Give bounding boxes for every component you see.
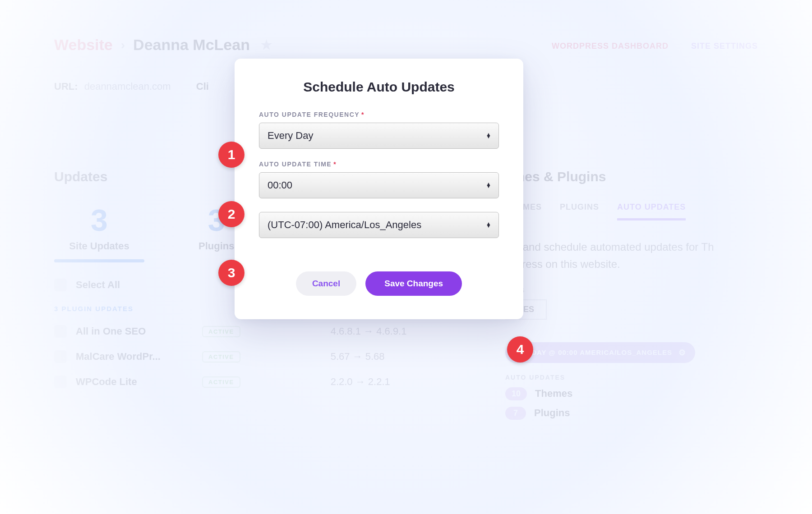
annotation-1: 1 [218, 142, 245, 168]
frequency-value: Every Day [268, 130, 313, 142]
modal-actions: Cancel Save Changes [259, 271, 499, 296]
modal-title: Schedule Auto Updates [259, 79, 499, 95]
timezone-value: (UTC-07:00) America/Los_Angeles [268, 219, 421, 231]
annotation-4: 4 [507, 336, 533, 363]
frequency-label: AUTO UPDATE FREQUENCY* [259, 111, 499, 118]
time-label: AUTO UPDATE TIME* [259, 161, 499, 168]
frequency-select[interactable]: Every Day ▲▼ [259, 123, 499, 149]
chevron-updown-icon: ▲▼ [486, 133, 491, 138]
time-value: 00:00 [268, 179, 292, 191]
timezone-select[interactable]: (UTC-07:00) America/Los_Angeles ▲▼ [259, 212, 499, 238]
chevron-updown-icon: ▲▼ [486, 223, 491, 228]
annotation-2: 2 [218, 201, 245, 227]
save-changes-button[interactable]: Save Changes [365, 271, 462, 296]
cancel-button[interactable]: Cancel [296, 271, 356, 296]
time-select[interactable]: 00:00 ▲▼ [259, 172, 499, 198]
schedule-auto-updates-modal: Schedule Auto Updates AUTO UPDATE FREQUE… [235, 59, 523, 319]
chevron-updown-icon: ▲▼ [486, 183, 491, 188]
annotation-3: 3 [218, 260, 245, 286]
